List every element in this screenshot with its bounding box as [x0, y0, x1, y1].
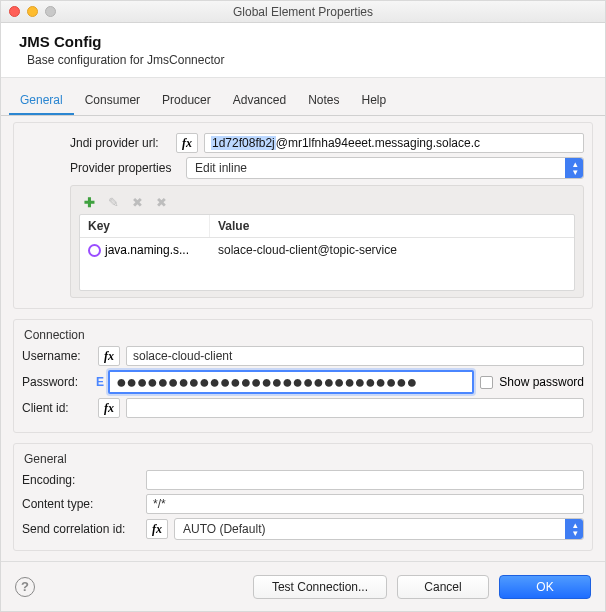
- jndi-url-highlight: 1d72f08fb2j: [211, 136, 276, 150]
- general-legend: General: [24, 452, 584, 466]
- add-icon[interactable]: ✚: [81, 194, 97, 210]
- send-corr-row: Send correlation id: fx AUTO (Default) ▴…: [22, 518, 584, 540]
- provider-props-row: Provider properties Edit inline ▴▾: [22, 157, 584, 179]
- chevron-updown-icon: ▴▾: [573, 160, 578, 176]
- delete-icon: ✖: [129, 194, 145, 210]
- tab-general[interactable]: General: [9, 86, 74, 115]
- cancel-button[interactable]: Cancel: [397, 575, 489, 599]
- chevron-updown-icon: ▴▾: [573, 521, 578, 537]
- password-input[interactable]: ●●●●●●●●●●●●●●●●●●●●●●●●●●●●●: [108, 370, 474, 394]
- username-row: Username: fx solace-cloud-client: [22, 346, 584, 366]
- page-title: JMS Config: [19, 33, 589, 50]
- tab-consumer[interactable]: Consumer: [74, 86, 151, 115]
- send-corr-value: AUTO (Default): [183, 522, 265, 536]
- dialog-body: Jndi provider url: fx 1d72f08fb2j@mr1lfn…: [1, 116, 605, 561]
- send-corr-label: Send correlation id:: [22, 522, 140, 536]
- fx-button[interactable]: fx: [146, 519, 168, 539]
- show-password-checkbox[interactable]: [480, 376, 493, 389]
- page-subtitle: Base configuration for JmsConnector: [27, 53, 589, 67]
- table-toolbar: ✚ ✎ ✖ ✖: [79, 192, 575, 214]
- table-row[interactable]: java.naming.s... solace-cloud-client@top…: [80, 238, 574, 262]
- fx-button[interactable]: fx: [98, 398, 120, 418]
- jndi-url-label: Jndi provider url:: [70, 136, 170, 150]
- provider-props-select[interactable]: Edit inline ▴▾: [186, 157, 584, 179]
- username-input[interactable]: solace-cloud-client: [126, 346, 584, 366]
- jndi-url-rest: @mr1lfnha94eeet.messaging.solace.c: [276, 136, 480, 150]
- jndi-panel: Jndi provider url: fx 1d72f08fb2j@mr1lfn…: [13, 122, 593, 309]
- edit-icon: ✎: [105, 194, 121, 210]
- fx-button[interactable]: fx: [176, 133, 198, 153]
- window-title: Global Element Properties: [1, 5, 605, 19]
- col-key: Key: [80, 215, 210, 237]
- connection-legend: Connection: [24, 328, 584, 342]
- ok-button[interactable]: OK: [499, 575, 591, 599]
- content-type-input[interactable]: */*: [146, 494, 584, 514]
- general-panel: General Encoding: Content type: */* Send…: [13, 443, 593, 551]
- send-corr-select[interactable]: AUTO (Default) ▴▾: [174, 518, 584, 540]
- provider-props-label: Provider properties: [70, 161, 180, 175]
- provider-props-editor: ✚ ✎ ✖ ✖ Key Value java.naming.s...: [70, 185, 584, 298]
- clientid-label: Client id:: [22, 401, 92, 415]
- tabbar: General Consumer Producer Advanced Notes…: [1, 86, 605, 116]
- password-row: Password: E ●●●●●●●●●●●●●●●●●●●●●●●●●●●●…: [22, 370, 584, 394]
- help-icon[interactable]: ?: [15, 577, 35, 597]
- jndi-url-input[interactable]: 1d72f08fb2j@mr1lfnha94eeet.messaging.sol…: [204, 133, 584, 153]
- expression-marker: E: [96, 375, 102, 389]
- content-type-label: Content type:: [22, 497, 140, 511]
- dialog-footer: ? Test Connection... Cancel OK: [1, 561, 605, 611]
- password-label: Password:: [22, 375, 92, 389]
- titlebar: Global Element Properties: [1, 1, 605, 23]
- username-label: Username:: [22, 349, 92, 363]
- clientid-input[interactable]: [126, 398, 584, 418]
- test-connection-button[interactable]: Test Connection...: [253, 575, 387, 599]
- content-type-row: Content type: */*: [22, 494, 584, 514]
- tab-producer[interactable]: Producer: [151, 86, 222, 115]
- properties-table: Key Value java.naming.s... solace-cloud-…: [79, 214, 575, 291]
- tab-notes[interactable]: Notes: [297, 86, 350, 115]
- globe-icon: [88, 244, 101, 257]
- encoding-label: Encoding:: [22, 473, 140, 487]
- tab-help[interactable]: Help: [351, 86, 398, 115]
- table-header: Key Value: [80, 215, 574, 238]
- fx-button[interactable]: fx: [98, 346, 120, 366]
- connection-panel: Connection Username: fx solace-cloud-cli…: [13, 319, 593, 433]
- row-key: java.naming.s...: [105, 243, 189, 257]
- table-empty-space: [80, 262, 574, 290]
- row-value: solace-cloud-client@topic-service: [210, 238, 574, 262]
- col-value: Value: [210, 215, 574, 237]
- jndi-url-row: Jndi provider url: fx 1d72f08fb2j@mr1lfn…: [22, 133, 584, 153]
- clientid-row: Client id: fx: [22, 398, 584, 418]
- clear-icon: ✖: [153, 194, 169, 210]
- provider-props-value: Edit inline: [195, 161, 247, 175]
- dialog-header: JMS Config Base configuration for JmsCon…: [1, 23, 605, 78]
- dialog-window: Global Element Properties JMS Config Bas…: [0, 0, 606, 612]
- encoding-row: Encoding:: [22, 470, 584, 490]
- tab-advanced[interactable]: Advanced: [222, 86, 297, 115]
- show-password-label: Show password: [499, 375, 584, 389]
- encoding-input[interactable]: [146, 470, 584, 490]
